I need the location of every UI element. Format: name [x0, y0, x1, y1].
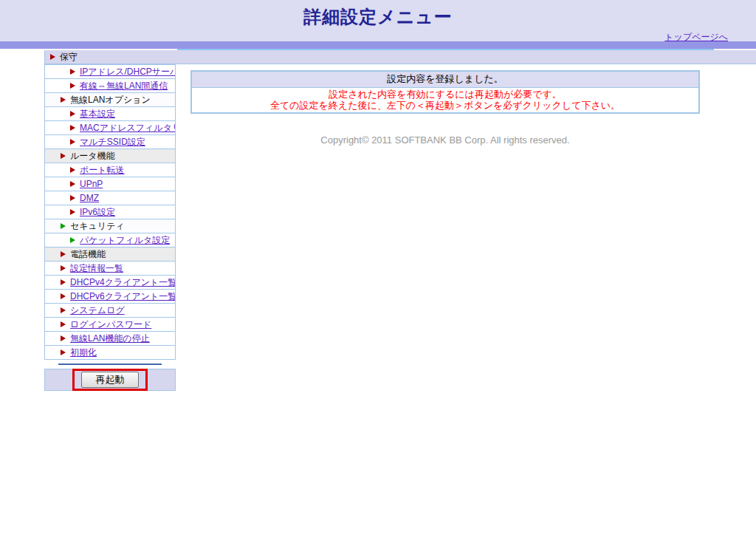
router-admin-page: { "header": { "title": "詳細設定メニュー", "top_… [0, 0, 756, 546]
sidebar-item-label: セキュリティ [70, 220, 125, 233]
registered-message: 設定内容を登録しました。 [192, 72, 698, 88]
sidebar-item-19[interactable]: DHCPv6クライアント一覧 [44, 290, 176, 304]
sidebar-item-8: ルータ機能 [44, 149, 176, 163]
sidebar-item-7[interactable]: マルチSSID設定 [44, 135, 176, 149]
sidebar-item-label: 無線LANオプション [70, 94, 151, 106]
triangle-arrow-icon [61, 251, 66, 257]
sidebar-link-label[interactable]: 基本設定 [80, 108, 115, 120]
warning-line-1: 設定された内容を有効にするには再起動が必要です。 [192, 89, 698, 100]
restart-button[interactable]: 再起動 [81, 372, 139, 388]
warning-line-2: 全ての設定を終えた後に、左下の＜再起動＞ボタンを必ずクリックして下さい。 [192, 100, 698, 111]
triangle-arrow-icon [61, 321, 66, 327]
restart-button-row: 再起動 [44, 369, 176, 391]
triangle-arrow-icon [70, 167, 75, 173]
sidebar-item-15: 電話機能 [44, 248, 176, 262]
triangle-arrow-icon [70, 83, 75, 89]
sidebar-link-label[interactable]: パケットフィルタ設定 [80, 234, 170, 247]
sidebar-item-24[interactable]: 初期化 [44, 346, 176, 360]
page-header: 詳細設定メニュー トップページへ [0, 0, 756, 41]
sidebar-link-label[interactable]: ポート転送 [80, 164, 125, 177]
triangle-arrow-icon [70, 195, 75, 201]
sidebar-link-label[interactable]: DHCPv6クライアント一覧 [70, 290, 176, 303]
triangle-arrow-icon [70, 139, 75, 145]
triangle-arrow-icon [70, 69, 75, 75]
sidebar-link-label[interactable]: DMZ [80, 193, 99, 203]
triangle-arrow-icon [61, 349, 66, 355]
sidebar-link-label[interactable]: MACアドレスフィルタリング [80, 122, 176, 134]
sidebar-item-3[interactable]: 有線⇔無線LAN間通信 [44, 79, 176, 93]
sidebar-item-12[interactable]: IPv6設定 [44, 205, 176, 219]
sidebar-link-label[interactable]: 無線LAN機能の停止 [70, 332, 150, 345]
sidebar-item-label: 電話機能 [70, 248, 106, 261]
sidebar-item-label: 保守 [60, 51, 78, 64]
sidebar-item-9[interactable]: ポート転送 [44, 163, 176, 177]
sidebar-item-22[interactable]: ログインパスワード [44, 318, 176, 332]
sidebar-link-label[interactable]: 初期化 [70, 347, 97, 359]
sidebar-item-6[interactable]: MACアドレスフィルタリング [44, 121, 176, 135]
sidebar-item-13: セキュリティ [44, 219, 176, 233]
sidebar-link-label[interactable]: 有線⇔無線LAN間通信 [80, 80, 168, 92]
page-title: 詳細設定メニュー [0, 5, 756, 29]
sidebar-link-label[interactable]: DHCPv4クライアント一覧 [70, 276, 176, 289]
sidebar: 詳細設定有線・無線LAN共通IPアドレス/DHCPサーバ有線⇔無線LAN間通信無… [44, 50, 176, 391]
sidebar-link-label[interactable]: IPアドレス/DHCPサーバ [80, 66, 176, 78]
sidebar-item-5[interactable]: 基本設定 [44, 107, 176, 121]
triangle-arrow-icon [70, 209, 75, 215]
sidebar-item-label: ルータ機能 [70, 150, 115, 163]
triangle-arrow-icon [50, 54, 55, 60]
sidebar-link-label[interactable]: システムログ [70, 304, 125, 317]
sidebar-link-label[interactable]: マルチSSID設定 [80, 136, 145, 149]
sidebar-separator [58, 364, 162, 365]
sidebar-link-label[interactable]: UPnP [80, 179, 103, 189]
triangle-arrow-icon [61, 335, 66, 341]
result-message-box: 設定内容を登録しました。 設定された内容を有効にするには再起動が必要です。 全て… [190, 70, 700, 114]
sidebar-item-20[interactable]: システムログ [44, 304, 176, 318]
sidebar-item-21: 保守 [44, 50, 756, 64]
sidebar-item-17[interactable]: 設定情報一覧 [44, 262, 176, 276]
triangle-arrow-icon [61, 279, 66, 285]
triangle-arrow-icon [70, 125, 75, 131]
sidebar-item-2[interactable]: IPアドレス/DHCPサーバ [44, 65, 176, 79]
triangle-arrow-icon [70, 181, 75, 187]
sidebar-link-label[interactable]: 設定情報一覧 [70, 262, 123, 275]
red-highlight-box: 再起動 [72, 369, 148, 391]
header-divider-bar [0, 41, 756, 49]
sidebar-item-11[interactable]: DMZ [44, 191, 176, 205]
triangle-arrow-icon [61, 153, 66, 159]
sidebar-menu: 詳細設定有線・無線LAN共通IPアドレス/DHCPサーバ有線⇔無線LAN間通信無… [44, 50, 176, 360]
restart-warning-message: 設定された内容を有効にするには再起動が必要です。 全ての設定を終えた後に、左下の… [192, 88, 698, 112]
triangle-arrow-icon [61, 307, 66, 313]
triangle-arrow-icon [70, 237, 75, 243]
triangle-arrow-icon [70, 111, 75, 117]
sidebar-item-10[interactable]: UPnP [44, 177, 176, 191]
copyright-text: Copyright© 2011 SOFTBANK BB Corp. All ri… [190, 134, 700, 146]
sidebar-item-4: 無線LANオプション [44, 93, 176, 107]
sidebar-link-label[interactable]: IPv6設定 [80, 206, 115, 219]
triangle-arrow-icon [61, 265, 66, 271]
triangle-arrow-icon [61, 97, 66, 103]
sidebar-link-label[interactable]: ログインパスワード [70, 318, 151, 331]
triangle-arrow-icon [61, 223, 66, 229]
sidebar-item-23[interactable]: 無線LAN機能の停止 [44, 332, 176, 346]
sidebar-item-14[interactable]: パケットフィルタ設定 [44, 233, 176, 248]
triangle-arrow-icon [61, 293, 66, 299]
sidebar-item-18[interactable]: DHCPv4クライアント一覧 [44, 276, 176, 290]
